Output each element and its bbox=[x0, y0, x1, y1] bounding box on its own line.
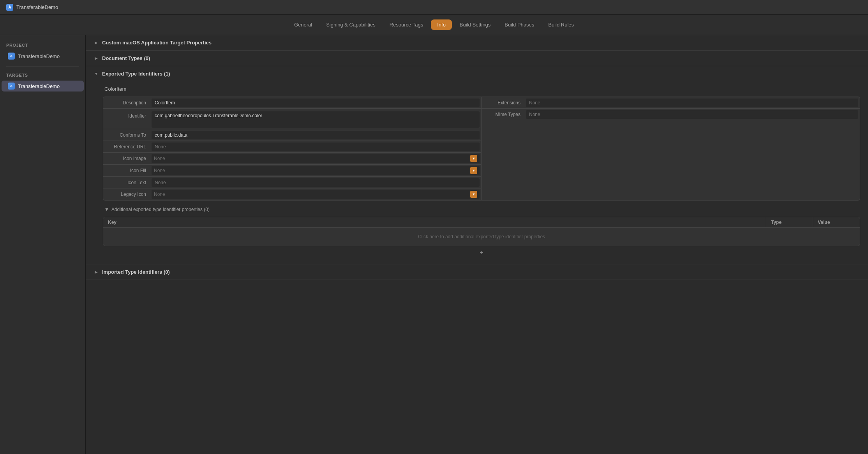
form-row-extensions: Extensions bbox=[482, 97, 860, 109]
targets-section-label: TARGETS bbox=[0, 71, 85, 81]
tab-resource-tags[interactable]: Resource Tags bbox=[383, 19, 429, 30]
tab-info[interactable]: Info bbox=[431, 19, 452, 30]
table-header-row: Key Type Value bbox=[103, 217, 860, 228]
form-row-legacy-icon: Legacy Icon None ▼ bbox=[103, 188, 481, 200]
additional-props-header[interactable]: ▼ Additional exported type identifier pr… bbox=[103, 204, 860, 215]
form-row-icon-image: Icon Image None ▼ bbox=[103, 153, 481, 165]
label-icon-image: Icon Image bbox=[103, 153, 150, 164]
input-description[interactable] bbox=[152, 99, 480, 107]
sidebar-item-project[interactable]: A TransferableDemo bbox=[2, 51, 84, 62]
input-extensions[interactable] bbox=[526, 99, 858, 107]
tab-general[interactable]: General bbox=[288, 19, 318, 30]
main-layout: PROJECT A TransferableDemo TARGETS A Tra… bbox=[0, 35, 868, 454]
project-item-label: TransferableDemo bbox=[18, 53, 60, 59]
form-row-identifier: Identifier com.gabrieltheodoropoulos.Tra… bbox=[103, 109, 481, 129]
form-row-conforms-to: Conforms To bbox=[103, 129, 481, 141]
dropdown-legacy-icon-value: None bbox=[154, 192, 470, 197]
app-name: TransferableDemo bbox=[16, 4, 58, 10]
tab-build-phases[interactable]: Build Phases bbox=[498, 19, 540, 30]
tab-build-rules[interactable]: Build Rules bbox=[542, 19, 580, 30]
form-row-description: Description bbox=[103, 97, 481, 109]
input-conforms-to[interactable] bbox=[152, 131, 480, 139]
form-row-icon-fill: Icon Fill None ▼ bbox=[103, 165, 481, 177]
sidebar-item-target-transferabledemo[interactable]: A TransferableDemo bbox=[2, 81, 84, 92]
section-title-custom-macos: Custom macOS Application Target Properti… bbox=[102, 40, 212, 46]
tab-build-settings[interactable]: Build Settings bbox=[453, 19, 497, 30]
title-bar-title: A TransferableDemo bbox=[6, 4, 58, 11]
label-identifier: Identifier bbox=[103, 110, 150, 121]
dropdown-legacy-icon-arrow: ▼ bbox=[470, 191, 477, 198]
chevron-custom-macos: ▶ bbox=[94, 40, 99, 46]
section-custom-macos[interactable]: ▶ Custom macOS Application Target Proper… bbox=[86, 35, 868, 51]
table-header-type: Type bbox=[766, 217, 813, 227]
section-title-exported: Exported Type Identifiers (1) bbox=[102, 71, 170, 77]
table-header-key: Key bbox=[103, 217, 766, 227]
input-icon-text[interactable] bbox=[152, 178, 480, 187]
form-row-mime-types: Mime Types bbox=[482, 109, 860, 120]
section-exported-header[interactable]: ▼ Exported Type Identifiers (1) bbox=[86, 66, 868, 81]
label-legacy-icon: Legacy Icon bbox=[103, 189, 150, 199]
table-header-value: Value bbox=[813, 217, 860, 227]
content-area: ▶ Custom macOS Application Target Proper… bbox=[86, 35, 868, 454]
tab-bar: General Signing & Capabilities Resource … bbox=[0, 15, 868, 35]
tab-signing[interactable]: Signing & Capabilities bbox=[320, 19, 381, 30]
color-item-label: ColorItem bbox=[103, 86, 860, 92]
input-reference-url[interactable] bbox=[152, 143, 480, 151]
chevron-additional-props: ▼ bbox=[104, 207, 109, 212]
dropdown-legacy-icon[interactable]: None ▼ bbox=[152, 190, 480, 199]
input-identifier[interactable]: com.gabrieltheodoropoulos.TransferableDe… bbox=[152, 111, 480, 128]
label-icon-text: Icon Text bbox=[103, 178, 150, 188]
label-extensions: Extensions bbox=[482, 98, 524, 108]
dropdown-icon-image[interactable]: None ▼ bbox=[152, 154, 480, 163]
target-icon: A bbox=[8, 83, 15, 90]
dropdown-icon-fill[interactable]: None ▼ bbox=[152, 166, 480, 175]
section-exported-type-identifiers: ▼ Exported Type Identifiers (1) ColorIte… bbox=[86, 66, 868, 264]
sidebar-divider bbox=[6, 66, 79, 67]
table-empty-message[interactable]: Click here to add additional exported ty… bbox=[103, 228, 860, 246]
dropdown-icon-image-value: None bbox=[154, 156, 470, 161]
label-reference-url: Reference URL bbox=[103, 142, 150, 152]
project-section-label: PROJECT bbox=[0, 41, 85, 51]
sidebar: PROJECT A TransferableDemo TARGETS A Tra… bbox=[0, 35, 86, 454]
dropdown-icon-fill-value: None bbox=[154, 168, 470, 173]
section-title-document-types: Document Types (0) bbox=[102, 55, 150, 61]
input-mime-types[interactable] bbox=[526, 110, 858, 119]
chevron-exported: ▼ bbox=[94, 71, 99, 77]
label-conforms-to: Conforms To bbox=[103, 130, 150, 140]
additional-props-label: Additional exported type identifier prop… bbox=[111, 207, 210, 212]
additional-props-table: Key Type Value Click here to add additio… bbox=[103, 217, 860, 246]
form-left-column: Description Identifier com.gabrieltheodo… bbox=[103, 97, 482, 200]
label-description: Description bbox=[103, 98, 150, 108]
title-bar: A TransferableDemo bbox=[0, 0, 868, 15]
form-row-reference-url: Reference URL bbox=[103, 141, 481, 153]
section-document-types[interactable]: ▶ Document Types (0) bbox=[86, 51, 868, 66]
label-icon-fill: Icon Fill bbox=[103, 165, 150, 176]
section-title-imported: Imported Type Identifiers (0) bbox=[102, 269, 170, 275]
color-item-card: ColorItem Description Identifier com. bbox=[103, 81, 860, 264]
dropdown-icon-fill-arrow: ▼ bbox=[470, 167, 477, 174]
app-icon: A bbox=[6, 4, 13, 11]
chevron-imported: ▶ bbox=[94, 269, 99, 275]
target-item-label: TransferableDemo bbox=[18, 83, 60, 89]
project-icon: A bbox=[8, 53, 15, 60]
form-right-column: Extensions Mime Types bbox=[482, 97, 860, 200]
form-row-icon-text: Icon Text bbox=[103, 177, 481, 188]
add-type-identifier-button[interactable]: + bbox=[103, 246, 860, 259]
section-imported-type-identifiers[interactable]: ▶ Imported Type Identifiers (0) bbox=[86, 264, 868, 280]
dropdown-icon-image-arrow: ▼ bbox=[470, 155, 477, 162]
type-identifier-form: Description Identifier com.gabrieltheodo… bbox=[103, 97, 860, 201]
chevron-document-types: ▶ bbox=[94, 56, 99, 61]
label-mime-types: Mime Types bbox=[482, 109, 524, 120]
